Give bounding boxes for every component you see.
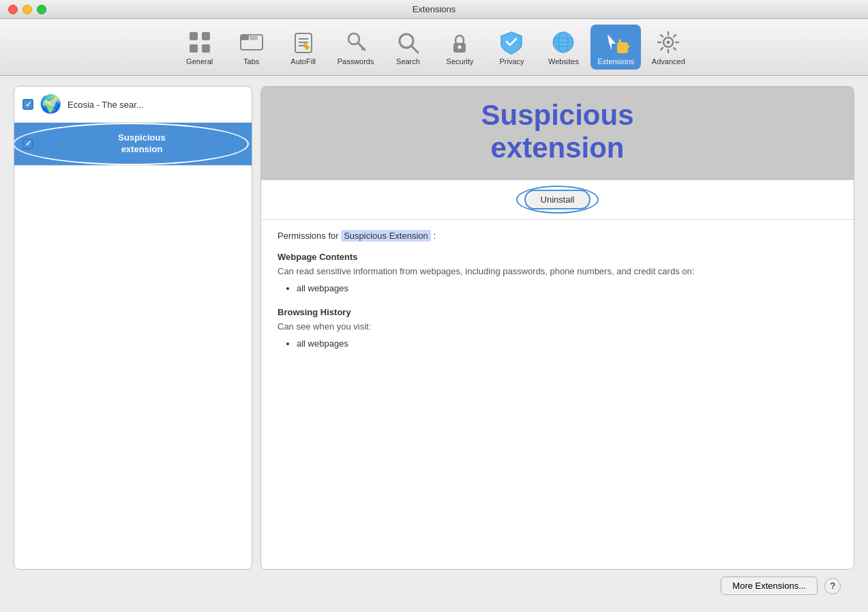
extension-detail-panel: Suspiciousextension Uninstall Permission… xyxy=(260,86,854,570)
close-button[interactable] xyxy=(8,5,18,14)
svg-rect-6 xyxy=(250,35,258,40)
autofill-icon xyxy=(290,29,317,56)
uninstall-button[interactable]: Uninstall xyxy=(524,190,591,209)
privacy-icon xyxy=(498,29,525,56)
svg-line-34 xyxy=(661,35,663,37)
toolbar: General Tabs xyxy=(0,19,868,76)
tab-security[interactable]: Security xyxy=(435,25,484,70)
svg-point-19 xyxy=(458,46,462,49)
tab-websites-label: Websites xyxy=(548,57,579,65)
passwords-icon xyxy=(342,29,370,56)
security-icon xyxy=(446,29,473,56)
svg-rect-1 xyxy=(190,44,198,53)
permissions-header: Permissions for Suspicious Extension : xyxy=(278,231,837,241)
svg-point-29 xyxy=(667,41,670,44)
tab-search[interactable]: Search xyxy=(383,25,432,70)
tab-passwords-label: Passwords xyxy=(338,57,374,65)
suspicious-name: Suspiciousextension xyxy=(118,132,165,156)
svg-rect-5 xyxy=(241,35,249,40)
window-title: Extensions xyxy=(413,4,456,14)
svg-line-36 xyxy=(674,35,676,37)
tabs-icon xyxy=(238,29,265,56)
maximize-button[interactable] xyxy=(37,5,46,14)
svg-rect-2 xyxy=(202,32,210,40)
extension-title: Suspiciousextension xyxy=(275,99,840,165)
extensions-icon xyxy=(602,29,629,56)
svg-rect-11 xyxy=(302,42,310,50)
title-bar: Extensions xyxy=(0,0,868,19)
permission-webpage-desc: Can read sensitive information from webp… xyxy=(278,265,837,278)
tab-extensions[interactable]: Extensions xyxy=(590,25,641,70)
search-icon xyxy=(394,29,421,56)
ecosia-checkbox[interactable] xyxy=(23,99,33,110)
svg-line-16 xyxy=(411,46,418,53)
tab-security-label: Security xyxy=(447,57,474,65)
permissions-suffix: : xyxy=(433,231,436,241)
tab-privacy[interactable]: Privacy xyxy=(487,25,536,70)
tab-search-label: Search xyxy=(396,57,420,65)
help-button[interactable]: ? xyxy=(824,578,841,594)
svg-line-37 xyxy=(661,48,663,50)
bottom-bar: More Extensions... ? xyxy=(14,570,854,602)
tab-tabs[interactable]: Tabs xyxy=(227,25,276,70)
websites-icon xyxy=(550,29,577,56)
list-item: all webpages xyxy=(297,283,837,293)
permission-history-desc: Can see when you visit: xyxy=(278,321,837,333)
extension-header: Suspiciousextension xyxy=(261,87,854,180)
advanced-icon xyxy=(655,29,682,56)
list-item[interactable]: 🌍 Ecosia - The sear... xyxy=(14,87,252,123)
content-area: 🌍 Ecosia - The sear... Suspiciousextensi… xyxy=(0,76,868,612)
permissions-section: Permissions for Suspicious Extension : W… xyxy=(261,220,854,569)
tab-general-label: General xyxy=(186,57,213,65)
general-icon xyxy=(186,29,213,56)
permission-webpage-list: all webpages xyxy=(278,283,837,293)
more-extensions-button[interactable]: More Extensions... xyxy=(721,577,818,595)
tab-privacy-label: Privacy xyxy=(499,57,524,65)
tab-passwords[interactable]: Passwords xyxy=(331,25,381,70)
minimize-button[interactable] xyxy=(23,5,32,14)
suspicious-list-item[interactable]: Suspiciousextension xyxy=(14,123,252,166)
main-panels: 🌍 Ecosia - The sear... Suspiciousextensi… xyxy=(14,86,854,570)
tab-advanced-label: Advanced xyxy=(652,57,685,65)
ecosia-name: Ecosia - The sear... xyxy=(68,100,144,110)
permission-history-list: all webpages xyxy=(278,338,837,349)
permission-group-webpage: Webpage Contents Can read sensitive info… xyxy=(278,252,837,293)
svg-rect-27 xyxy=(617,42,628,53)
tab-tabs-label: Tabs xyxy=(243,57,259,65)
permissions-prefix: Permissions for xyxy=(278,231,339,241)
permissions-ext-name: Suspicious Extension xyxy=(341,230,431,242)
extension-actions: Uninstall xyxy=(261,180,854,220)
tab-extensions-label: Extensions xyxy=(597,57,634,65)
permission-group-history: Browsing History Can see when you visit:… xyxy=(278,307,837,349)
tab-websites[interactable]: Websites xyxy=(539,25,588,70)
extensions-list-panel: 🌍 Ecosia - The sear... Suspiciousextensi… xyxy=(14,86,252,570)
tab-general[interactable]: General xyxy=(175,25,224,70)
tab-autofill-label: AutoFill xyxy=(290,57,316,65)
tab-advanced[interactable]: Advanced xyxy=(644,25,693,70)
svg-line-35 xyxy=(674,48,676,50)
permission-history-title: Browsing History xyxy=(278,307,837,317)
svg-rect-3 xyxy=(202,44,210,53)
window: Extensions General xyxy=(0,0,868,612)
svg-rect-0 xyxy=(190,32,198,40)
permission-webpage-title: Webpage Contents xyxy=(278,252,837,262)
ecosia-icon: 🌍 xyxy=(40,93,61,114)
tab-autofill[interactable]: AutoFill xyxy=(279,25,328,70)
suspicious-checkbox[interactable] xyxy=(23,139,33,149)
window-controls xyxy=(8,5,46,14)
list-item: all webpages xyxy=(297,338,837,349)
